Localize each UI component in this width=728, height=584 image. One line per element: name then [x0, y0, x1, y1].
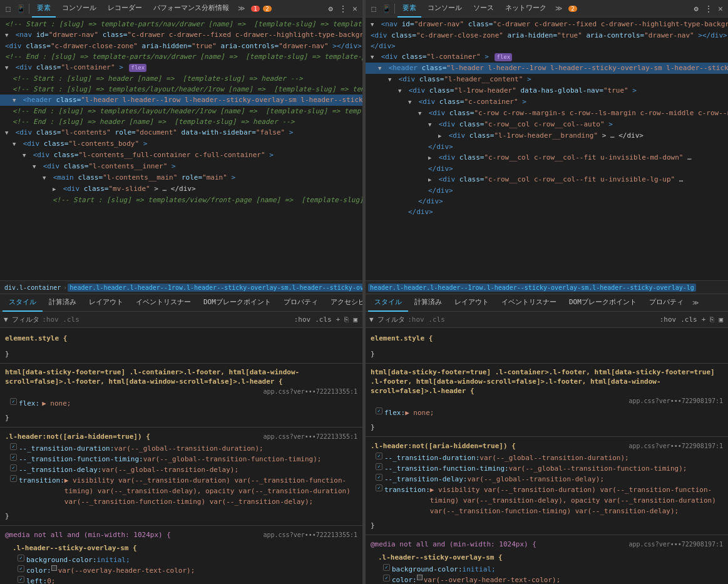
sub-tab-dom-right[interactable]: DOMブレークポイント: [563, 294, 643, 312]
css-source[interactable]: app.css?ver•••722213355:1: [263, 386, 357, 397]
sub-tab-computed-left[interactable]: 計算済み: [43, 294, 83, 312]
html-line[interactable]: <div class="l-container" > flex: [366, 51, 728, 63]
html-line[interactable]: <div class="c-drawer-close-zone" aria-hi…: [0, 41, 362, 51]
expand-arrow[interactable]: [428, 175, 434, 185]
html-line[interactable]: <div class="c-row__col c-row__col--fit u…: [366, 174, 728, 185]
html-line[interactable]: <!-- Start : [slug] => templates/view/fr…: [0, 195, 362, 205]
inspect-icon-right[interactable]: ⬚: [368, 3, 379, 14]
sub-tab-layout-right[interactable]: レイアウト: [448, 294, 495, 312]
more-tabs-right[interactable]: ≫: [553, 4, 565, 13]
html-line[interactable]: </div>: [366, 196, 728, 207]
tab-elements-left[interactable]: 要素: [32, 0, 56, 18]
expand-arrow[interactable]: [371, 52, 377, 63]
expand-arrow[interactable]: [398, 86, 404, 96]
html-line[interactable]: <div class="mv-slide" > … </div>: [0, 183, 362, 195]
html-line[interactable]: <div class="l-contents__full-container c…: [0, 150, 362, 161]
grid-btn-left[interactable]: ▣: [352, 315, 359, 324]
more-tabs-left[interactable]: ≫: [235, 4, 248, 13]
css-checkbox[interactable]: [18, 555, 24, 561]
html-line-selected[interactable]: <header class="l-header l-header--1row l…: [0, 95, 362, 106]
expand-arrow[interactable]: [5, 63, 11, 73]
expand-arrow[interactable]: [388, 74, 394, 85]
tab-console-left[interactable]: コンソール: [57, 0, 101, 18]
html-line[interactable]: <main class="l-contents__main" role="mai…: [0, 172, 362, 183]
styles-panel-right[interactable]: element.style { } html[data-sticky-foote…: [366, 328, 728, 584]
html-line[interactable]: <div class="c-row c-row--margin-s c-row-…: [366, 108, 728, 119]
color-swatch[interactable]: [51, 565, 57, 571]
html-line[interactable]: <div class="l-contents" role="document" …: [0, 127, 362, 138]
css-source[interactable]: app.css?ver•••722213355:1: [263, 431, 357, 442]
more-options-left[interactable]: ⋮: [337, 3, 349, 14]
html-line[interactable]: </div>: [366, 185, 728, 196]
close-right[interactable]: ✕: [715, 4, 725, 14]
html-line[interactable]: <!-- End : [slug] => header [name] => [t…: [0, 116, 362, 127]
sub-tab-more-right[interactable]: ≫: [690, 299, 701, 306]
html-line[interactable]: <div class="l-1row-header__branding" > ……: [366, 130, 728, 141]
copy-btn-right[interactable]: ⎘: [709, 315, 715, 324]
css-checkbox[interactable]: [10, 475, 17, 482]
css-checkbox[interactable]: [376, 453, 382, 459]
html-line[interactable]: <div class="l-contents__inner" >: [0, 161, 362, 172]
sub-tab-layout-left[interactable]: レイアウト: [83, 294, 130, 312]
expand-arrow[interactable]: [13, 95, 19, 106]
hov-btn-left[interactable]: :hov: [293, 315, 312, 324]
add-btn-left[interactable]: +: [335, 315, 342, 324]
html-line[interactable]: <div class="l-1row-header" data-has-glob…: [366, 85, 728, 96]
expand-arrow[interactable]: [428, 120, 434, 130]
expand-arrow[interactable]: [33, 161, 39, 172]
close-left[interactable]: ✕: [350, 4, 360, 14]
html-line[interactable]: <nav id="drawer-nav" class="c-drawer c-d…: [0, 29, 362, 41]
css-checkbox[interactable]: [376, 463, 382, 470]
elements-panel-right[interactable]: <nav id="drawer-nav" class="c-drawer c-d…: [366, 18, 728, 280]
breadcrumb-item[interactable]: div.l-container: [3, 284, 63, 292]
device-icon[interactable]: 📱: [15, 3, 26, 14]
css-checkbox[interactable]: [10, 454, 17, 461]
tab-elements-right[interactable]: 要素: [397, 0, 421, 18]
sub-tab-dom-left[interactable]: DOMブレークポイント: [197, 294, 277, 312]
expand-arrow[interactable]: [408, 97, 414, 108]
expand-arrow[interactable]: [5, 128, 11, 138]
sub-tab-props-left[interactable]: プロパティ: [277, 294, 324, 312]
html-line[interactable]: </div>: [366, 207, 728, 217]
tab-source-right[interactable]: ソース: [468, 0, 499, 18]
tab-perf-left[interactable]: パフォーマンス分析情報: [148, 0, 234, 18]
expand-arrow[interactable]: [5, 30, 11, 41]
html-line[interactable]: <!-- End : [slug] => templates/layout/he…: [0, 106, 362, 116]
device-icon-right[interactable]: 📱: [381, 3, 392, 14]
expand-arrow[interactable]: [53, 184, 59, 195]
css-checkbox[interactable]: [383, 575, 390, 581]
hov-btn-right[interactable]: :hov: [659, 315, 678, 324]
css-checkbox[interactable]: [383, 564, 390, 571]
css-checkbox[interactable]: [18, 576, 24, 583]
sub-tab-styles-left[interactable]: スタイル: [3, 294, 43, 312]
add-btn-right[interactable]: +: [700, 315, 707, 324]
html-line[interactable]: </div>: [366, 163, 728, 174]
expand-arrow[interactable]: [371, 19, 377, 30]
settings-icon-left[interactable]: ⚙: [325, 3, 336, 14]
html-line[interactable]: <div class="c-drawer-close-zone" aria-hi…: [366, 30, 728, 41]
inspect-icon[interactable]: ⬚: [3, 3, 14, 14]
html-line[interactable]: <div class="c-row__col c-row__col--auto"…: [366, 119, 728, 130]
css-checkbox[interactable]: [10, 398, 17, 405]
css-source[interactable]: app.css?ver•••722213355:1: [263, 530, 357, 540]
html-line[interactable]: <div class="l-header__content" >: [366, 74, 728, 85]
sub-tab-events-right[interactable]: イベントリスナー: [495, 294, 563, 312]
expand-arrow[interactable]: [418, 108, 424, 119]
expand-arrow[interactable]: [438, 131, 444, 141]
tab-console-right[interactable]: コンソール: [423, 0, 467, 18]
filter-input-right[interactable]: [408, 315, 656, 324]
css-checkbox[interactable]: [376, 407, 382, 414]
html-line[interactable]: <!-- Start : [slug] => templates/layout/…: [0, 84, 362, 95]
css-source[interactable]: app.css?ver•••722908197:1: [628, 539, 723, 550]
elements-panel-left[interactable]: <!-- Start : [slug] => template-parts/na…: [0, 18, 362, 280]
expand-arrow[interactable]: [428, 153, 434, 163]
expand-arrow[interactable]: [13, 139, 19, 150]
filter-input-left[interactable]: [42, 315, 290, 324]
grid-btn-right[interactable]: ▣: [717, 315, 724, 324]
cls-btn-left[interactable]: .cls: [314, 315, 333, 324]
html-line[interactable]: <div class="l-container" > flex: [0, 62, 362, 73]
sub-tab-computed-right[interactable]: 計算済み: [408, 294, 448, 312]
expand-arrow[interactable]: [43, 173, 49, 183]
css-checkbox[interactable]: [376, 484, 382, 491]
more-options-right[interactable]: ⋮: [703, 3, 714, 14]
